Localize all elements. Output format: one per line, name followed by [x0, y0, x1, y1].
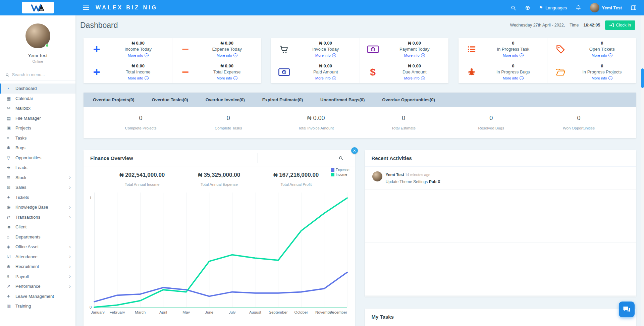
sidebar-search-input[interactable]	[12, 72, 70, 77]
tab-expired-estimate[interactable]: Expired Estimate(0)	[254, 93, 312, 107]
avatar	[590, 3, 599, 12]
sidebar-item-leave-management[interactable]: ✈Leave Management	[0, 291, 75, 302]
user-menu[interactable]: Yemi Test	[590, 3, 622, 12]
header-time-label: Time	[570, 23, 579, 28]
sidebar-item-label: Bugs	[15, 145, 25, 150]
more-info-link[interactable]: More info→	[217, 76, 237, 80]
clock-in-button[interactable]: Clock in	[605, 20, 635, 30]
sidebar-item-performance[interactable]: ↗Performance›	[0, 281, 75, 291]
sidebar-item-file-manager[interactable]: ▤File Manager	[0, 113, 75, 123]
page-content: +₦ 0.00Income TodayMore info→−₦ 0.00Expe…	[75, 35, 644, 326]
profile-avatar[interactable]	[25, 23, 50, 48]
sidebar-item-projects[interactable]: ▣Projects	[0, 123, 75, 133]
sidebar-item-transactions[interactable]: ⇄Transactions›	[0, 212, 75, 222]
folder-icon	[551, 67, 570, 77]
app-root: WALEX BIZ NIG ⊕ ⚑ Languages Yemi Test	[0, 0, 644, 326]
plus-icon: +	[88, 43, 106, 55]
languages-menu[interactable]: ⚑ Languages	[539, 5, 567, 10]
chevron-right-icon: ›	[69, 284, 71, 289]
more-info-text: More info	[315, 76, 331, 80]
more-info-link[interactable]: More info→	[592, 76, 612, 80]
sidebar-item-sales[interactable]: ⊟Sales›	[0, 182, 75, 193]
more-info-text: More info	[128, 53, 143, 57]
sidebar-item-stock[interactable]: ≣Stock›	[0, 173, 75, 183]
sidebar-item-calendar[interactable]: ▦Calendar	[0, 94, 75, 104]
close-icon[interactable]: ✕	[351, 147, 358, 154]
sidebar-item-leads[interactable]: ➔Leads	[0, 163, 75, 173]
brand-logo[interactable]	[22, 2, 54, 13]
stat-label: Payment Today	[382, 47, 447, 52]
sidebar-item-office-asset[interactable]: ◈Office Asset›	[0, 242, 75, 252]
more-info-link[interactable]: More info→	[128, 76, 149, 80]
svg-text:October: October	[294, 310, 308, 314]
languages-label: Languages	[545, 5, 567, 10]
sidebar-item-label: File Manager	[15, 116, 41, 121]
tag-icon	[551, 45, 570, 54]
stat-label: In Progress Bugs	[481, 69, 546, 74]
scrollbar-thumb[interactable]	[641, 68, 644, 88]
clock-in-label: Clock in	[616, 23, 631, 28]
total-value: ₦ 35,325,000.00	[181, 172, 258, 178]
tasks-icon: ≡	[7, 135, 15, 141]
quick-add-icon[interactable]: ⊕	[525, 5, 530, 11]
more-info-link[interactable]: More info→	[315, 76, 336, 80]
tab-overdue-projects[interactable]: Overdue Projects(0)	[84, 93, 143, 107]
more-info-link[interactable]: More info→	[503, 53, 524, 57]
sidebar-item-client[interactable]: ☻Client	[0, 222, 75, 232]
finance-search-button[interactable]	[334, 153, 348, 163]
stat-payment-today: 1₦ 0.00Payment TodayMore info→	[360, 38, 449, 61]
more-info-link[interactable]: More info→	[503, 76, 524, 80]
sidebar-item-training[interactable]: ▥Training	[0, 301, 75, 311]
tab-overdue-tasks[interactable]: Overdue Tasks(0)	[143, 93, 197, 107]
more-info-link[interactable]: More info→	[592, 53, 612, 57]
stat-text: 0In Progress BugsMore info→	[481, 63, 546, 81]
sidebar-item-payroll[interactable]: $Payroll›	[0, 272, 75, 282]
summary-label: Complete Projects	[97, 126, 184, 130]
legend-label: Income	[336, 172, 347, 176]
sidebar-item-dashboard[interactable]: ◔Dashboard	[0, 84, 75, 94]
tab-unconfirmed-bugs[interactable]: Unconfirmed Bugs(0)	[312, 93, 373, 107]
bill-icon: 1	[275, 67, 293, 77]
sidebar-item-mailbox[interactable]: ✉Mailbox	[0, 103, 75, 113]
finance-search-input[interactable]	[258, 153, 334, 163]
chevron-right-icon: ›	[69, 274, 71, 279]
sidebar-item-bugs[interactable]: ✱Bugs	[0, 143, 75, 153]
bill-icon: 1	[364, 45, 382, 54]
search-icon[interactable]	[511, 5, 516, 11]
total-annual-profit: ₦ 167,216,000.00 Total Annual Profit	[258, 172, 335, 186]
header-date: Wednesday 27th April - 2022,	[510, 23, 565, 28]
tab-overdue-invoice[interactable]: Overdue Invoice(0)	[197, 93, 254, 107]
arrow-circle-icon: →	[421, 53, 425, 57]
mail-icon: ✉	[7, 106, 15, 111]
more-info-link[interactable]: More info→	[315, 53, 336, 57]
sidebar-item-departments[interactable]: ⌂Departments	[0, 232, 75, 242]
more-info-text: More info	[503, 53, 518, 57]
more-info-link[interactable]: More info→	[128, 53, 149, 57]
chat-button[interactable]	[619, 302, 635, 317]
recruitment-icon: ⊕	[7, 264, 15, 269]
sidebar-item-label: Projects	[15, 125, 31, 130]
more-info-link[interactable]: More info→	[217, 53, 237, 57]
panel-toggle-icon[interactable]	[631, 5, 637, 11]
sidebar-item-knowledge-base[interactable]: ◉Knowledge Base›	[0, 202, 75, 212]
tab-overdue-opportunities[interactable]: Overdue Opportunities(0)	[373, 93, 443, 107]
sidebar-item-opportunities[interactable]: ▽Opportunities	[0, 153, 75, 163]
sidebar-item-tickets[interactable]: ✦Tickets	[0, 193, 75, 203]
flag-icon: ⚑	[539, 5, 543, 10]
activity-body: Yemi Test 14 minutes agoUpdate Theme Set…	[386, 171, 440, 189]
right-column: Recent Activities Yemi Test 14 minutes a…	[365, 150, 636, 326]
sidebar-item-tasks[interactable]: ≡Tasks	[0, 133, 75, 143]
bug-icon: ✱	[7, 145, 15, 150]
total-annual-expense: ₦ 35,325,000.00 Total Annual Expense	[181, 172, 258, 186]
svg-text:February: February	[110, 310, 125, 314]
stat-due-amount: $₦ 0.00Due AmountMore info→	[360, 61, 449, 84]
more-info-link[interactable]: More info→	[404, 76, 425, 80]
finance-search	[258, 153, 348, 163]
sidebar-item-attendance[interactable]: ☑Attendance›	[0, 252, 75, 262]
sidebar-item-recruitment[interactable]: ⊕Recruitment›	[0, 262, 75, 272]
notifications-bell-icon[interactable]	[576, 5, 581, 11]
topbar-actions: ⊕ ⚑ Languages Yemi Test	[511, 3, 637, 12]
menu-toggle-icon[interactable]	[83, 5, 89, 10]
summary-won-opportunities: 0 Won Opportunities	[535, 115, 623, 130]
more-info-link[interactable]: More info→	[404, 53, 425, 57]
